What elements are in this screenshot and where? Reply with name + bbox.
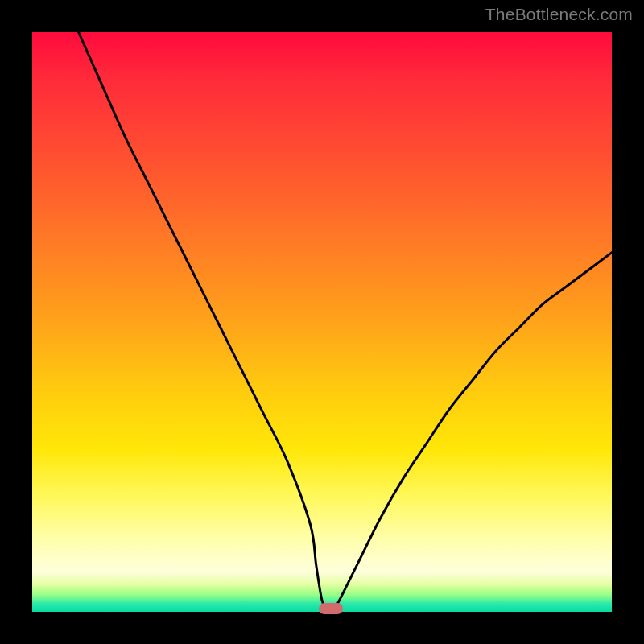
chart-frame: TheBottleneck.com	[0, 0, 644, 644]
min-marker	[319, 603, 343, 614]
bottleneck-curve	[32, 32, 612, 612]
watermark-text: TheBottleneck.com	[485, 5, 633, 24]
plot-area	[32, 32, 612, 612]
